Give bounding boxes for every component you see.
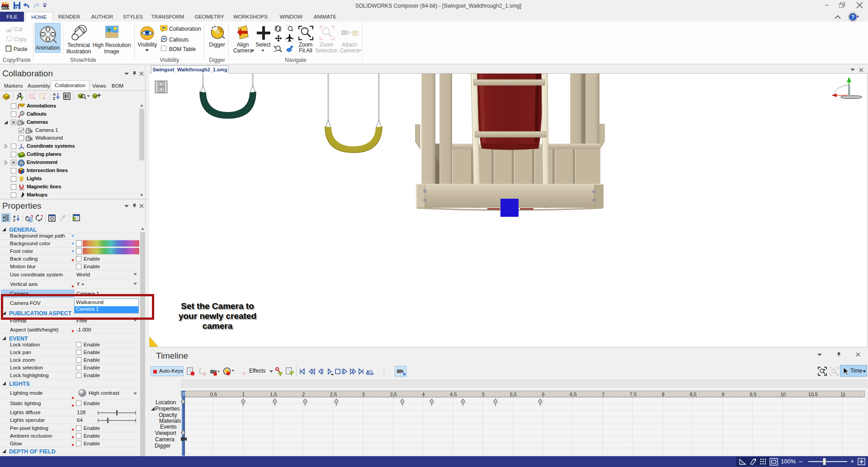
svg-text:5.5: 5.5 [510, 392, 517, 397]
svg-text:1: 1 [242, 392, 245, 397]
svg-text:2.5: 2.5 [330, 392, 337, 397]
svg-text:9.5: 9.5 [750, 392, 756, 397]
svg-text:7: 7 [602, 392, 604, 397]
svg-text:6: 6 [542, 392, 545, 397]
svg-text:10.5: 10.5 [808, 392, 818, 397]
svg-text:E: E [29, 218, 32, 222]
svg-text:+: + [3, 219, 5, 221]
svg-text:6.5: 6.5 [570, 392, 576, 397]
svg-text:8.5: 8.5 [689, 392, 696, 397]
svg-text:+: + [3, 215, 5, 218]
svg-text:1.5: 1.5 [270, 392, 277, 397]
svg-text:2: 2 [302, 392, 305, 397]
svg-text:3.5: 3.5 [390, 392, 396, 397]
svg-text:+: + [43, 96, 45, 100]
svg-text:10: 10 [780, 392, 786, 397]
svg-text:2017: 2017 [1, 6, 9, 9]
svg-text:4: 4 [422, 392, 425, 397]
svg-text:0.5: 0.5 [210, 392, 217, 397]
svg-text:11: 11 [840, 392, 845, 397]
svg-text:5: 5 [482, 392, 485, 397]
svg-text:3: 3 [362, 392, 365, 397]
svg-text:Z: Z [13, 218, 15, 222]
svg-text:8: 8 [662, 392, 665, 397]
svg-text:+: + [33, 96, 35, 100]
svg-text:9: 9 [722, 392, 724, 397]
svg-text:4.5: 4.5 [450, 392, 457, 397]
svg-text:→: → [238, 369, 242, 374]
svg-text:–: – [274, 48, 276, 53]
svg-text:A: A [21, 112, 24, 115]
svg-text:7.5: 7.5 [630, 392, 637, 397]
svg-text:Z: Z [53, 96, 55, 100]
svg-text:?: ? [851, 14, 854, 20]
